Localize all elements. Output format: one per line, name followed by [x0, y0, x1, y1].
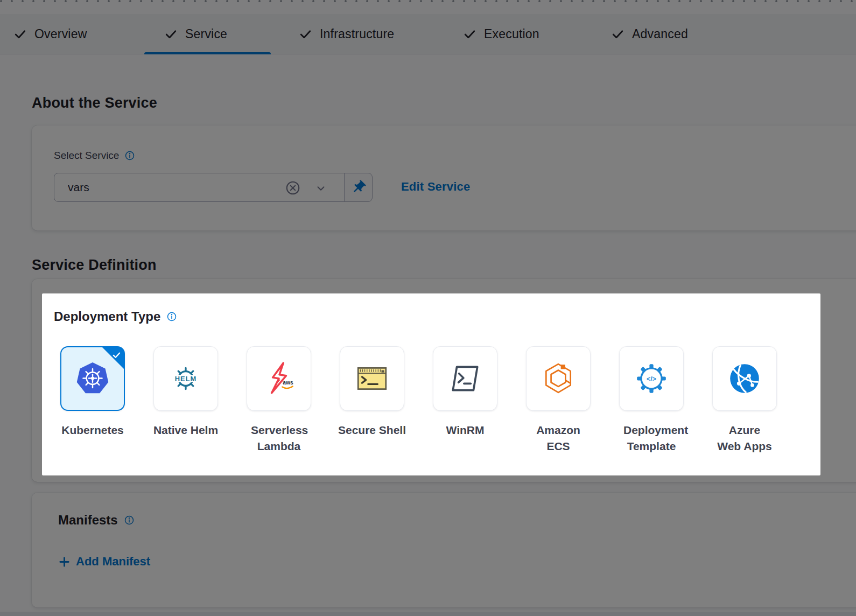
- tab-service[interactable]: Service: [164, 14, 227, 54]
- svg-text:aws: aws: [283, 380, 293, 386]
- svg-text:HELM: HELM: [175, 375, 197, 383]
- tab-label: Service: [185, 27, 227, 41]
- secure-shell-icon: [354, 361, 390, 396]
- footer-strip: [0, 612, 856, 616]
- deployment-type-row: Kubernetes HELM: [60, 346, 777, 454]
- serverless-lambda-icon: aws: [261, 361, 297, 396]
- service-tab-content: About the Service Select Service Edit Se…: [0, 54, 856, 616]
- deployment-type-native-helm: HELM Native Helm: [153, 346, 218, 454]
- deployment-type-serverless-lambda: aws Serverless Lambda: [247, 346, 311, 454]
- tab-label: Execution: [484, 27, 539, 41]
- deployment-type-label-text: Deployment Template: [623, 422, 679, 454]
- info-circle-icon[interactable]: [124, 150, 135, 161]
- stage-tabbar: Overview Service Infrastructure Executio…: [0, 14, 856, 54]
- select-service-label: Select Service: [54, 150, 119, 162]
- service-definition-heading: Service Definition: [32, 257, 157, 274]
- tab-label: Overview: [34, 27, 87, 41]
- check-icon: [611, 27, 625, 41]
- deployment-type-label: Deployment Type: [54, 309, 160, 324]
- tab-label: Infrastructure: [320, 27, 394, 41]
- chevron-down-icon[interactable]: [315, 183, 327, 194]
- serverless-lambda-card[interactable]: aws: [247, 346, 311, 411]
- azure-web-apps-icon: [727, 361, 762, 396]
- deployment-type-kubernetes: Kubernetes: [60, 346, 125, 454]
- select-service-input-group: [54, 173, 373, 202]
- deployment-type-amazon-ecs: Amazon ECS: [526, 346, 591, 454]
- edit-service-link[interactable]: Edit Service: [401, 180, 470, 194]
- deployment-template-card[interactable]: </>: [619, 346, 684, 411]
- clear-circle-icon[interactable]: [285, 180, 301, 196]
- deployment-type-label-text: WinRM: [425, 422, 506, 438]
- svg-text:</>: </>: [647, 375, 656, 383]
- check-icon: [463, 27, 476, 41]
- azure-web-apps-card[interactable]: [712, 346, 777, 411]
- add-manifest-label: Add Manifest: [76, 555, 150, 569]
- plus-icon: [58, 556, 71, 568]
- deployment-type-winrm: WinRM: [433, 346, 497, 454]
- deployment-type-label-text: Amazon ECS: [530, 422, 586, 454]
- deployment-type-label-text: Secure Shell: [332, 422, 412, 438]
- tab-overview[interactable]: Overview: [13, 14, 87, 54]
- check-icon: [13, 27, 27, 41]
- add-manifest-button[interactable]: Add Manifest: [58, 555, 150, 569]
- amazon-ecs-card[interactable]: [526, 346, 591, 411]
- pin-service-button[interactable]: [344, 173, 373, 202]
- deployment-type-deployment-template: </> Deployment Template: [619, 346, 684, 454]
- tab-advanced[interactable]: Advanced: [611, 14, 688, 54]
- tab-execution[interactable]: Execution: [463, 14, 539, 54]
- deployment-type-label-text: Kubernetes: [52, 422, 133, 438]
- about-service-heading: About the Service: [32, 95, 157, 111]
- deployment-type-label-text: Native Helm: [145, 422, 226, 438]
- service-definition-card: Deployment Type: [32, 279, 856, 482]
- native-helm-card[interactable]: HELM: [153, 346, 218, 411]
- winrm-icon: [447, 361, 483, 396]
- about-service-card: Select Service Edit Service: [32, 125, 856, 230]
- kubernetes-card[interactable]: [60, 346, 125, 411]
- secure-shell-card[interactable]: [340, 346, 404, 411]
- winrm-card[interactable]: [433, 346, 497, 411]
- deployment-type-label-text: Azure Web Apps: [717, 422, 773, 454]
- check-icon: [112, 351, 121, 360]
- deployment-type-secure-shell: Secure Shell: [340, 346, 404, 454]
- tab-label: Advanced: [632, 27, 688, 41]
- pipeline-canvas-strip: [0, 0, 856, 14]
- deployment-type-azure-web-apps: Azure Web Apps: [712, 346, 777, 454]
- manifests-heading: Manifests: [58, 513, 118, 528]
- amazon-ecs-icon: [541, 361, 576, 396]
- pushpin-icon: [350, 179, 367, 195]
- tab-infrastructure[interactable]: Infrastructure: [299, 14, 394, 54]
- info-circle-icon[interactable]: [166, 311, 177, 322]
- check-icon: [299, 27, 312, 41]
- info-circle-icon[interactable]: [124, 515, 135, 526]
- manifests-card: Manifests Add Manifest: [32, 493, 856, 607]
- check-icon: [164, 27, 178, 41]
- helm-icon: HELM: [168, 361, 204, 396]
- deployment-type-label-text: Serverless Lambda: [251, 422, 307, 454]
- deployment-template-icon: </>: [634, 361, 669, 396]
